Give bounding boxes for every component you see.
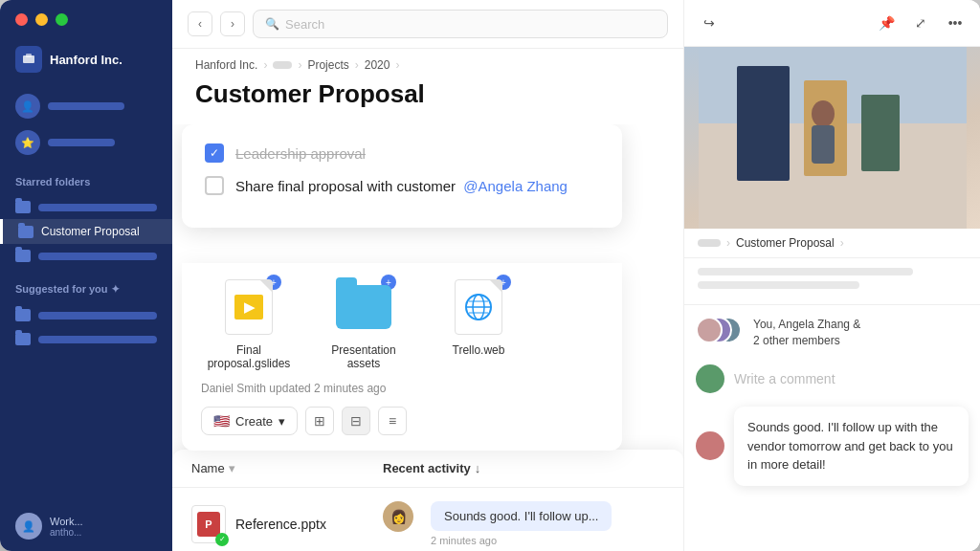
table-panel: Name ▾ Recent activity ↓ P ✓ <box>172 450 683 551</box>
breadcrumb-sep2: › <box>298 58 301 72</box>
breadcrumb-sep4: › <box>395 58 399 72</box>
comment-group-meta: You, Angela Zhang & 2 other members <box>753 317 860 351</box>
preview-breadcrumb-dots[interactable] <box>698 239 721 247</box>
file-item-web[interactable]: + <box>431 278 526 370</box>
view-toggle-grid[interactable]: ⊟ <box>342 407 370 435</box>
export-button[interactable]: ↪ <box>696 10 723 36</box>
files-section: + ▶ Final proposal.gslides + <box>182 263 622 451</box>
bottom-user-avatar: 👤 <box>15 513 42 540</box>
checklist-item-1: ✓ Leadership approval <box>205 143 599 163</box>
right-panel: ↪ 📌 ⤢ ••• <box>683 0 980 551</box>
breadcrumb: Hanford Inc. › › Projects › 2020 › <box>172 49 683 76</box>
commenter-avatar <box>696 431 724 460</box>
more-button[interactable]: ••• <box>942 10 969 36</box>
view-toggle-grid-small[interactable]: ⊞ <box>305 407 334 435</box>
sidebar-user-person: 👤 <box>0 88 172 124</box>
svg-point-13 <box>812 100 835 127</box>
expand-button[interactable]: ⤢ <box>907 10 934 36</box>
bottom-user-sub: antho... <box>50 527 83 538</box>
folder-icon-customer <box>18 226 33 238</box>
sidebar-bottom-user[interactable]: 👤 Work... antho... <box>0 501 172 551</box>
forward-button[interactable]: › <box>220 11 245 36</box>
gslides-icon: ▶ <box>225 279 273 335</box>
comment-text: Sounds good. I'll follow up with the ven… <box>747 420 953 472</box>
breadcrumb-org[interactable]: Hanford Inc. <box>195 58 257 72</box>
file-item-gslides[interactable]: + ▶ Final proposal.gslides <box>201 278 297 370</box>
svg-rect-10 <box>737 66 790 181</box>
comment-input[interactable]: Write a comment <box>734 371 969 386</box>
create-button[interactable]: 🇺🇸 Create ▾ <box>201 407 298 435</box>
sidebar-folder-1[interactable] <box>0 195 172 219</box>
sidebar-user-star: ⭐ <box>0 124 172 161</box>
traffic-lights <box>15 13 68 26</box>
comment-group-label: You, Angela Zhang & <box>753 318 860 331</box>
org-label: Hanford Inc. <box>50 53 122 67</box>
breadcrumb-projects[interactable]: Projects <box>307 58 348 72</box>
table-col-activity[interactable]: Recent activity ↓ <box>383 461 480 475</box>
preview-svg <box>699 47 967 229</box>
sidebar-folder-customer[interactable]: Customer Proposal <box>0 219 172 244</box>
checkbox-2[interactable] <box>205 176 224 195</box>
globe-icon <box>463 292 494 322</box>
sidebar-suggested-2[interactable] <box>0 327 172 351</box>
breadcrumb-sep3: › <box>355 58 359 72</box>
mac-window: Hanford Inc. 👤 ⭐ Starred folders Custome… <box>0 0 980 551</box>
folder-label-customer: Customer Proposal <box>41 225 140 238</box>
pptx-file-wrap: P ✓ Reference.pptx <box>191 505 383 543</box>
sidebar-suggested-1[interactable] <box>0 303 172 327</box>
col-name-chevron: ▾ <box>229 461 235 475</box>
close-button[interactable] <box>15 13 28 26</box>
web-icon-wrap: + <box>450 278 507 336</box>
folder-bar-1 <box>38 204 157 211</box>
activity-bubble: Sounds good. I'll follow up... <box>431 501 612 531</box>
user-avatar-star: ⭐ <box>15 130 40 155</box>
comment-bubble-item: Sounds good. I'll follow up with the ven… <box>696 407 969 486</box>
main-content: ‹ › 🔍 Search Hanford Inc. › › Projects ›… <box>172 0 683 551</box>
table-row[interactable]: P ✓ Reference.pptx 👩 Sounds good <box>172 488 683 551</box>
check-badge-icon: ✓ <box>215 533 229 546</box>
breadcrumb-dots[interactable] <box>273 61 292 69</box>
minimize-button[interactable] <box>35 13 48 26</box>
comment-bubble: Sounds good. I'll follow up with the ven… <box>734 407 969 486</box>
checklist-mention: @Angela Zhang <box>463 178 568 194</box>
preview-text-lines <box>684 258 980 304</box>
file-item-folder[interactable]: + Presentation assets <box>316 278 412 370</box>
comment-group-item: You, Angela Zhang & 2 other members <box>696 317 969 351</box>
checkbox-1[interactable]: ✓ <box>205 143 224 163</box>
checklist-label-1: Leadership approval <box>235 145 366 162</box>
view-toggle-list[interactable]: ≡ <box>378 407 407 435</box>
suggested-icon-2 <box>15 333 31 345</box>
org-icon <box>15 46 42 73</box>
page-title: Customer Proposal <box>172 76 683 124</box>
preview-image <box>684 47 980 229</box>
suggested-icon-1 <box>15 309 31 321</box>
sidebar-folder-3[interactable] <box>0 244 172 268</box>
table-header: Name ▾ Recent activity ↓ <box>172 450 683 488</box>
table-col-name[interactable]: Name ▾ <box>191 461 383 475</box>
checkmark-icon: ✓ <box>210 146 219 160</box>
breadcrumb-sep1: › <box>263 58 267 72</box>
folder-icon-wrap: + <box>335 278 392 336</box>
svg-rect-12 <box>861 95 900 171</box>
search-icon: 🔍 <box>265 17 279 31</box>
sort-arrow: ↓ <box>475 461 481 475</box>
preview-breadcrumb: › Customer Proposal › <box>684 229 980 258</box>
svg-rect-1 <box>26 54 32 57</box>
comment-avatars <box>696 317 744 351</box>
breadcrumb-year[interactable]: 2020 <box>365 58 390 72</box>
group-avatar-1 <box>696 317 723 343</box>
search-bar[interactable]: 🔍 Search <box>253 10 668 38</box>
right-toolbar: ↪ 📌 ⤢ ••• <box>684 0 980 47</box>
activity-avatar: 👩 <box>383 501 413 532</box>
folder-bar-3 <box>38 253 157 260</box>
sidebar-org[interactable]: Hanford Inc. <box>0 38 172 80</box>
file-label-gslides: Final proposal.gslides <box>201 343 297 370</box>
pin-button[interactable]: 📌 <box>873 10 900 36</box>
comment-group-label2: 2 other members <box>753 334 840 347</box>
file-label-web: Trello.web <box>453 343 505 357</box>
preview-breadcrumb-text[interactable]: Customer Proposal <box>736 236 835 250</box>
back-button[interactable]: ‹ <box>188 11 212 36</box>
col-activity-label: Recent activity <box>383 461 471 475</box>
fullscreen-button[interactable] <box>56 13 68 26</box>
pptx-icon: P ✓ <box>191 505 226 543</box>
